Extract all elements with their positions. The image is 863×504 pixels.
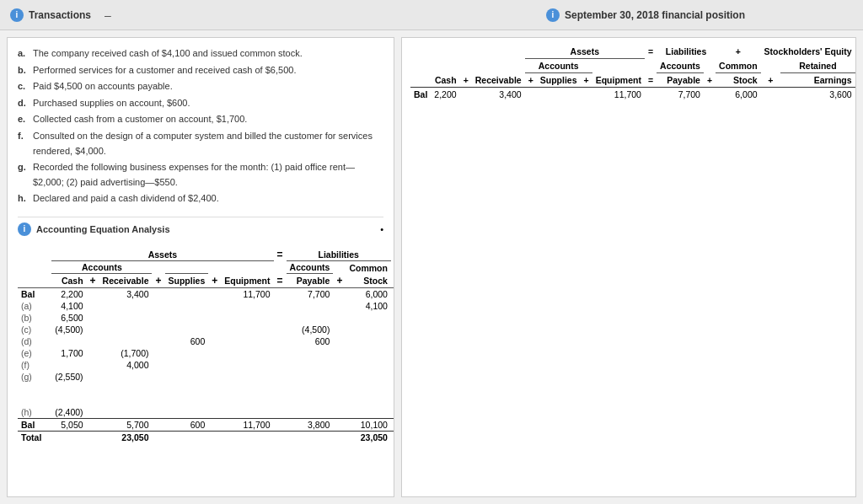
row-receivable: (1,700) (99, 347, 153, 359)
row-payable: (4,500) (287, 324, 334, 335)
row-common: 6,000 (346, 288, 391, 301)
item-text-e: Collected cash from a customer on accoun… (33, 112, 247, 127)
eq-plus-sup: + (152, 274, 164, 288)
fp-assets-header: Assets (525, 45, 645, 59)
eq-op5 (333, 335, 346, 347)
eq-op2 (152, 288, 164, 301)
eq-op5 (333, 312, 346, 324)
eq-empty-col (45, 312, 51, 324)
row-receivable (99, 394, 153, 406)
eq-op5 (333, 419, 346, 432)
eq-op3 (208, 383, 221, 394)
row-common (346, 383, 391, 394)
fp-receivable-val: 3,400 (472, 88, 525, 102)
fp-empty3 (592, 59, 645, 73)
row-common (346, 324, 391, 335)
list-item: a. The company received cash of $4,100 a… (18, 46, 383, 62)
eq-op3 (208, 371, 221, 383)
row-label: (d) (18, 335, 45, 347)
item-label-e: e. (18, 112, 33, 127)
accounting-equation-section-header: i Accounting Equation Analysis • (18, 217, 383, 241)
item-label-d: d. (18, 96, 33, 111)
row-receivable: 4,000 (99, 359, 153, 371)
row-supplies (165, 371, 209, 383)
eq-op4 (274, 419, 287, 432)
fp-equipment-val: 11,700 (592, 88, 645, 102)
dot-menu[interactable]: • (380, 224, 383, 234)
eq-op2 (152, 371, 164, 383)
eq-op2 (152, 383, 164, 394)
eq-accounts-liab-header: Accounts (287, 261, 334, 274)
eq-plus-3 (391, 261, 394, 274)
eq-empty-col (45, 347, 51, 359)
eq-op4 (274, 371, 287, 383)
eq-op (87, 371, 99, 383)
row-equipment (221, 300, 273, 312)
eq-op2 (152, 335, 164, 347)
row-common (346, 359, 391, 371)
eq-op3 (208, 359, 221, 371)
row-receivable (99, 383, 153, 394)
eq-op3 (208, 324, 221, 335)
eq-plus-equip (208, 261, 221, 274)
row-common (346, 394, 391, 406)
eq-op2 (152, 300, 164, 312)
eq-empty-col (45, 419, 51, 432)
row-supplies (165, 347, 209, 359)
eq-op (87, 300, 99, 312)
row-cash (51, 383, 86, 394)
eq-equip-header (221, 261, 273, 274)
row-payable (287, 347, 334, 359)
item-text-g: Recorded the following business expenses… (33, 160, 383, 190)
row-label: (c) (18, 324, 45, 335)
fp-plus: + (716, 45, 761, 59)
row-equipment (221, 371, 273, 383)
fp-bal-row: Bal 2,200 3,400 11,700 7,700 6,000 3,600 (410, 88, 855, 102)
list-item: h. Declared and paid a cash dividend of … (18, 191, 383, 206)
item-label-b: b. (18, 63, 33, 78)
fp-empty (410, 45, 525, 59)
fp-supplies-val (537, 88, 581, 102)
eq-op3 (208, 312, 221, 324)
eq-op2 (152, 432, 164, 444)
eq-op3 (208, 394, 221, 406)
fp-plus-eq: + (581, 73, 592, 88)
eq-op (87, 394, 99, 406)
row-receivable (99, 312, 153, 324)
eq-accounts-assets-header: Accounts (51, 261, 152, 274)
row-label: (b) (18, 312, 45, 324)
fp-empty6 (761, 59, 781, 73)
row-supplies (165, 359, 209, 371)
eq-equipment-col: Equipment (221, 274, 273, 288)
eq-op3 (208, 432, 221, 444)
fp-accounts-liab: Accounts (657, 59, 704, 73)
eq-op6 (391, 324, 394, 335)
item-label-c: c. (18, 79, 33, 94)
minimize-button[interactable]: – (98, 8, 118, 22)
row-supplies (165, 383, 209, 394)
eq-op6 (391, 394, 394, 406)
eq-op4 (274, 347, 287, 359)
eq-common-col: Stock (346, 274, 391, 288)
transactions-list: a. The company received cash of $4,100 a… (18, 46, 383, 206)
fp-eq-sign: = (645, 73, 657, 88)
eq-op4 (274, 432, 287, 444)
accounting-eq-info-icon: i (18, 223, 31, 236)
eq-op (87, 383, 99, 394)
fp-stock-val: 6,000 (716, 88, 761, 102)
row-equipment (221, 359, 273, 371)
row-payable (287, 371, 334, 383)
eq-op5 (333, 347, 346, 359)
eq-op (87, 432, 99, 444)
row-label (18, 383, 45, 394)
eq-empty-col (45, 324, 51, 335)
eq-plus-comm: + (333, 274, 346, 288)
row-cash (51, 432, 86, 444)
eq-op4 (274, 359, 287, 371)
item-text-b: Performed services for a customer and re… (33, 63, 296, 78)
eq-op6 (391, 359, 394, 371)
eq-row-label-header (18, 274, 51, 288)
row-supplies (165, 406, 209, 419)
eq-op5 (333, 359, 346, 371)
eq-plus-eq: + (208, 274, 221, 288)
